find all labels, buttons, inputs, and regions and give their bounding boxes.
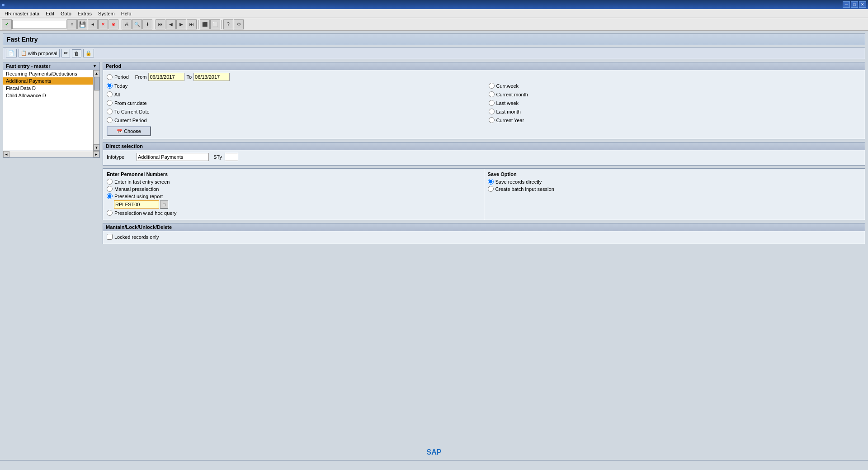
prev-page-button[interactable]: ◀ — [166, 19, 176, 29]
back-button[interactable]: ◄ — [88, 19, 98, 29]
to-current-date-label: To Current Date — [114, 109, 150, 114]
settings-button[interactable]: ⚙ — [234, 19, 244, 29]
status-bar — [0, 460, 868, 470]
sap-logo: SAP — [427, 448, 442, 456]
delete-button[interactable]: 🗑 — [72, 49, 81, 57]
manual-preselection-label: Manual preselection — [114, 186, 159, 192]
menu-goto[interactable]: Goto — [58, 10, 74, 17]
menu-edit[interactable]: Edit — [43, 10, 57, 17]
report-browse-button[interactable]: □ — [160, 200, 168, 209]
to-current-date-row: To Current Date — [107, 109, 480, 114]
next-page-button[interactable]: ▶ — [176, 19, 186, 29]
scroll-left-button[interactable]: ◄ — [3, 151, 9, 157]
radio-last-week[interactable] — [489, 100, 495, 106]
locked-records-label: Locked records only — [114, 234, 159, 240]
list-item-fiscal[interactable]: Fiscal Data D — [3, 85, 99, 92]
current-month-row: Current month — [489, 91, 862, 97]
print-button[interactable]: 🖨 — [122, 19, 132, 29]
lock-icon: 🔒 — [85, 50, 92, 56]
infotype-input[interactable] — [137, 153, 209, 161]
lock-button[interactable]: 🔒 — [83, 49, 94, 57]
maintain-content: Locked records only — [103, 231, 865, 244]
report-input-row: □ — [114, 200, 480, 209]
from-curr-date-row: From curr.date — [107, 100, 480, 106]
browse-icon: □ — [163, 202, 165, 207]
exit-button[interactable]: ✕ — [98, 19, 108, 29]
left-panel-title: Fast entry - master — [6, 63, 50, 69]
radio-enter-fast[interactable] — [107, 179, 113, 185]
minimize-button[interactable]: ─ — [843, 1, 850, 8]
current-year-label: Current Year — [496, 118, 524, 123]
to-date-input[interactable] — [193, 73, 230, 81]
radio-current-month[interactable] — [489, 91, 495, 97]
menu-system[interactable]: System — [95, 10, 118, 17]
list-item-additional-payments[interactable]: Additional Payments — [3, 77, 99, 85]
page-title: Fast Entry — [7, 36, 38, 43]
radio-from-curr-date[interactable] — [107, 100, 113, 106]
radio-to-current-date[interactable] — [107, 109, 113, 114]
radio-current-year[interactable] — [489, 117, 495, 123]
list-item-child-allowance[interactable]: Child Allowance D — [3, 92, 99, 99]
scroll-thumb[interactable] — [94, 77, 99, 90]
create-session-button[interactable]: ⬛ — [200, 19, 210, 29]
title-bar-right: ─ □ ✕ — [843, 1, 866, 8]
with-proposal-button[interactable]: 📋 with proposal — [19, 49, 60, 57]
radio-save-direct[interactable] — [488, 179, 494, 185]
radio-preselect-report[interactable] — [107, 193, 113, 199]
period-section-title: Period — [103, 62, 865, 70]
h-scroll-track[interactable] — [9, 151, 93, 157]
new-document-button[interactable]: 📄 — [6, 49, 17, 57]
last-page-button[interactable]: ⏭ — [187, 19, 197, 29]
sty-input[interactable] — [225, 153, 238, 161]
scroll-up-button[interactable]: ▲ — [94, 70, 100, 76]
report-input[interactable] — [114, 200, 159, 209]
save-button[interactable]: 💾 — [77, 19, 87, 29]
choose-button[interactable]: 📅 Choose — [107, 126, 151, 136]
preselect-report-row: Preselect using report — [107, 193, 480, 199]
personnel-title: Enter Personnel Numbers — [107, 171, 480, 177]
radio-curr-week[interactable] — [489, 83, 495, 89]
scroll-track[interactable] — [94, 76, 99, 144]
period-section-content: Period From To Today — [103, 70, 865, 139]
find-next-button[interactable]: ⬇ — [142, 19, 152, 29]
menu-help[interactable]: Help — [118, 10, 134, 17]
ok-button[interactable]: ✓ — [2, 19, 12, 29]
menu-hr-master-data[interactable]: HR master data — [2, 10, 42, 17]
with-proposal-label: with proposal — [28, 51, 57, 56]
maximize-button[interactable]: □ — [851, 1, 858, 8]
current-period-label: Current Period — [114, 118, 147, 123]
generate-button[interactable]: ⬜ — [210, 19, 220, 29]
cancel-button[interactable]: ⊗ — [108, 19, 118, 29]
radio-manual-preselection[interactable] — [107, 186, 113, 192]
find-button[interactable]: 🔍 — [132, 19, 142, 29]
left-scrollbar[interactable]: ▲ ▼ — [93, 70, 99, 151]
curr-week-row: Curr.week — [489, 83, 862, 89]
radio-period[interactable] — [107, 74, 113, 80]
command-input[interactable] — [12, 20, 66, 29]
from-date-input[interactable] — [148, 73, 184, 81]
main-content: Fast Entry 📄 📋 with proposal ✏ 🗑 🔒 Fast … — [0, 31, 868, 470]
scroll-right-button[interactable]: ► — [93, 151, 99, 157]
close-button[interactable]: ✕ — [859, 1, 866, 8]
menu-extras[interactable]: Extras — [75, 10, 94, 17]
radio-current-period[interactable] — [107, 117, 113, 123]
panel-list[interactable]: Recurring Payments/Deductions Additional… — [3, 70, 100, 151]
radio-all[interactable] — [107, 91, 113, 97]
last-month-label: Last month — [496, 109, 521, 114]
radio-today[interactable] — [107, 83, 113, 89]
help-button[interactable]: ? — [223, 19, 233, 29]
radio-batch-input[interactable] — [488, 186, 494, 192]
personnel-save-section: Enter Personnel Numbers Enter in fast en… — [103, 168, 865, 220]
list-item-recurring[interactable]: Recurring Payments/Deductions — [3, 70, 99, 77]
locked-records-checkbox[interactable] — [107, 234, 113, 240]
ad-hoc-row: Preselection w.ad hoc query — [107, 210, 480, 216]
save-direct-label: Save records directly — [495, 179, 542, 185]
scroll-down-button[interactable]: ▼ — [94, 144, 100, 151]
curr-week-label: Curr.week — [496, 83, 519, 89]
edit-button[interactable]: ✏ — [61, 49, 70, 57]
radio-ad-hoc[interactable] — [107, 210, 113, 216]
radio-last-month[interactable] — [489, 109, 495, 114]
prev-screen-button[interactable]: « — [67, 19, 77, 29]
first-page-button[interactable]: ⏮ — [156, 19, 165, 29]
delete-icon: 🗑 — [74, 51, 79, 56]
